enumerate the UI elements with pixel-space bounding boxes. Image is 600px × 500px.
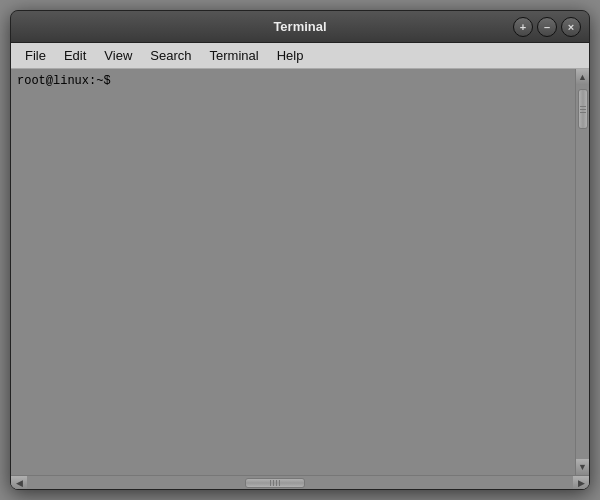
h-thumb-grip-3 bbox=[276, 480, 277, 486]
h-thumb-grip-4 bbox=[279, 480, 280, 486]
scroll-left-arrow[interactable]: ◀ bbox=[11, 476, 27, 490]
terminal-window: Terminal + – × File Edit View Search Ter… bbox=[10, 10, 590, 490]
close-button[interactable]: × bbox=[561, 17, 581, 37]
vertical-scrollbar: ▲ ▼ bbox=[575, 69, 589, 475]
scroll-track-vertical[interactable] bbox=[576, 85, 590, 459]
window-title: Terminal bbox=[273, 19, 326, 34]
terminal-container: root@linux:~$ ▲ ▼ ◀ bbox=[11, 69, 589, 489]
h-thumb-grip-2 bbox=[273, 480, 274, 486]
minimize-button[interactable]: – bbox=[537, 17, 557, 37]
terminal-prompt: root@linux:~$ bbox=[17, 73, 569, 90]
thumb-grip-1 bbox=[580, 106, 586, 107]
thumb-grip-3 bbox=[580, 112, 586, 113]
titlebar: Terminal + – × bbox=[11, 11, 589, 43]
thumb-grip-2 bbox=[580, 109, 586, 110]
scroll-thumb-vertical[interactable] bbox=[578, 89, 588, 129]
scroll-up-arrow[interactable]: ▲ bbox=[576, 69, 590, 85]
menu-terminal[interactable]: Terminal bbox=[202, 46, 267, 65]
menu-file[interactable]: File bbox=[17, 46, 54, 65]
menubar: File Edit View Search Terminal Help bbox=[11, 43, 589, 69]
scroll-track-horizontal[interactable] bbox=[27, 476, 573, 490]
menu-help[interactable]: Help bbox=[269, 46, 312, 65]
menu-edit[interactable]: Edit bbox=[56, 46, 94, 65]
menu-search[interactable]: Search bbox=[142, 46, 199, 65]
terminal-content[interactable]: root@linux:~$ bbox=[11, 69, 575, 475]
scroll-right-arrow[interactable]: ▶ bbox=[573, 476, 589, 490]
scroll-down-arrow[interactable]: ▼ bbox=[576, 459, 590, 475]
h-thumb-grip-1 bbox=[270, 480, 271, 486]
scroll-thumb-horizontal[interactable] bbox=[245, 478, 305, 488]
menu-view[interactable]: View bbox=[96, 46, 140, 65]
titlebar-buttons: + – × bbox=[513, 17, 581, 37]
terminal-inner: root@linux:~$ ▲ ▼ bbox=[11, 69, 589, 475]
horizontal-scrollbar: ◀ ▶ bbox=[11, 475, 589, 489]
add-button[interactable]: + bbox=[513, 17, 533, 37]
